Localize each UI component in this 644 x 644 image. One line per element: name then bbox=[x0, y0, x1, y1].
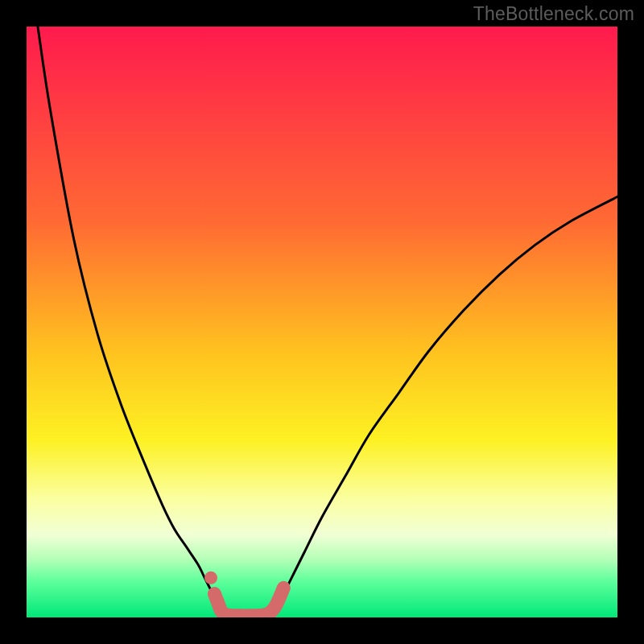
curve-layer bbox=[27, 27, 617, 617]
bead-overlay-dot bbox=[204, 572, 217, 584]
watermark-text: TheBottleneck.com bbox=[473, 3, 634, 25]
outer-frame: TheBottleneck.com bbox=[0, 0, 644, 644]
bead-overlay-stroke bbox=[214, 588, 283, 616]
left-branch-curve bbox=[38, 27, 221, 612]
plot-area bbox=[27, 27, 617, 617]
right-branch-curve bbox=[275, 196, 617, 611]
